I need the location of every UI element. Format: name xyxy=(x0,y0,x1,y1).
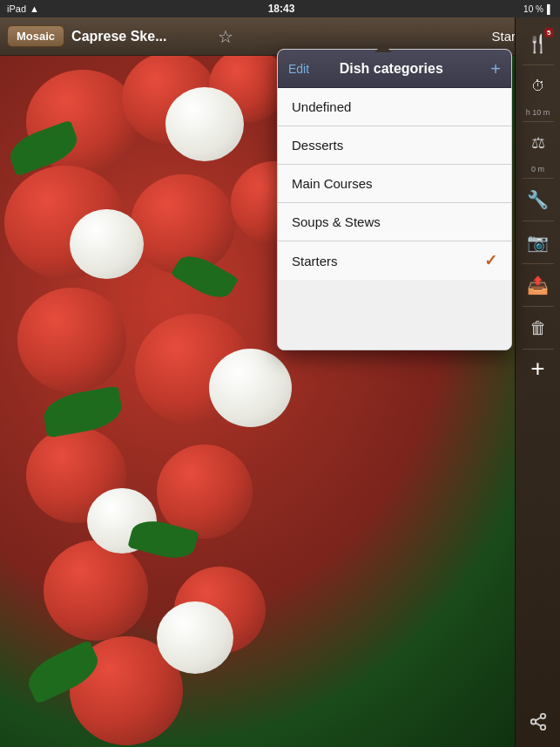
camera-icon[interactable]: 📷 xyxy=(519,223,557,261)
category-item-label: Desserts xyxy=(292,138,497,153)
category-item-label: Main Courses xyxy=(292,176,497,191)
edit-button[interactable]: Edit xyxy=(288,62,309,76)
category-item-label: Starters xyxy=(292,254,484,268)
battery-label: 10 % xyxy=(523,4,543,14)
sidebar-divider-2 xyxy=(523,121,554,122)
dropdown-title: Dish categories xyxy=(309,61,473,77)
svg-line-3 xyxy=(535,723,540,726)
category-item-undefined[interactable]: Undefined xyxy=(278,88,511,126)
recipe-title: Caprese Ske... xyxy=(71,29,211,44)
category-list: Undefined Desserts Main Courses Soups & … xyxy=(278,88,511,280)
timer-icon[interactable]: ⏱ xyxy=(519,67,557,105)
delete-icon[interactable]: 🗑 xyxy=(519,309,557,347)
share-icon[interactable] xyxy=(529,712,548,737)
timer-label: h 10 m xyxy=(519,105,557,119)
selected-checkmark-icon: ✓ xyxy=(484,251,497,270)
status-time: 18:43 xyxy=(268,3,295,15)
category-item-main-courses[interactable]: Main Courses xyxy=(278,165,511,203)
category-item-label: Soups & Stews xyxy=(292,214,497,229)
sidebar-divider-4 xyxy=(523,221,554,221)
right-sidebar: 🍴 5 ⏱ h 10 m ⚖ 0 m 🔧 📷 📤 🗑 + xyxy=(515,17,560,747)
wifi-icon: ▲ xyxy=(30,3,39,14)
category-item-soups-stews[interactable]: Soups & Stews xyxy=(278,203,511,241)
mixer-icon[interactable]: 🔧 xyxy=(519,180,557,219)
dropdown-header: Edit Dish categories + xyxy=(278,50,511,88)
scale-icon[interactable]: ⚖ xyxy=(519,124,557,162)
sidebar-divider-1 xyxy=(523,65,554,65)
add-button[interactable]: + xyxy=(530,355,544,383)
mosaic-button[interactable]: Mosaic xyxy=(7,25,64,47)
category-item-starters[interactable]: Starters ✓ xyxy=(278,241,511,280)
dropdown-empty-space xyxy=(278,280,511,350)
share-box-icon[interactable]: 📤 xyxy=(519,266,557,304)
svg-line-4 xyxy=(535,717,540,721)
dropdown-arrow xyxy=(374,44,392,52)
battery-icon: ▌ xyxy=(547,4,553,14)
fork-knife-icon[interactable]: 🍴 5 xyxy=(519,24,557,63)
sidebar-divider-5 xyxy=(523,263,554,264)
status-right: 10 % ▌ xyxy=(523,4,553,14)
status-left: iPad ▲ xyxy=(7,3,39,14)
servings-badge: 5 xyxy=(544,28,553,37)
category-item-desserts[interactable]: Desserts xyxy=(278,126,511,165)
status-bar: iPad ▲ 18:43 10 % ▌ xyxy=(0,0,560,17)
favorite-star-icon[interactable]: ☆ xyxy=(218,26,233,47)
sidebar-divider-6 xyxy=(523,306,554,307)
ipad-label: iPad xyxy=(7,3,26,14)
add-category-button[interactable]: + xyxy=(490,60,501,78)
category-item-label: Undefined xyxy=(292,99,497,114)
sidebar-divider-3 xyxy=(523,178,554,179)
scale-label: 0 m xyxy=(519,162,557,176)
sidebar-divider-7 xyxy=(523,349,554,350)
dish-categories-dropdown: Edit Dish categories + Undefined Dessert… xyxy=(277,49,512,350)
